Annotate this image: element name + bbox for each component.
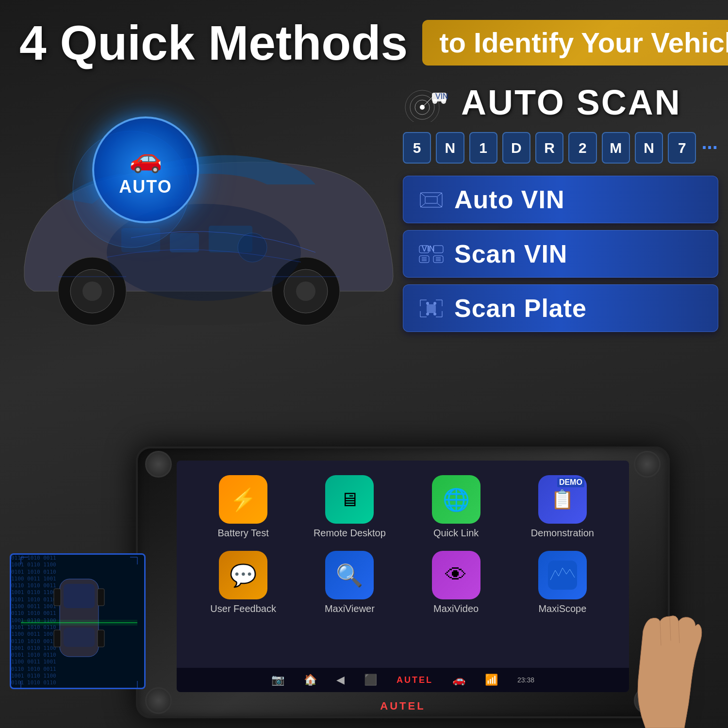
taskbar-back-icon[interactable]: ◀ <box>336 674 345 686</box>
car-visualization-area: 🚗 AUTO <box>0 78 422 417</box>
svg-rect-50 <box>64 628 95 647</box>
svg-point-7 <box>296 281 315 301</box>
vin-digit-5: R <box>535 132 563 164</box>
bumper-top-left <box>145 451 172 478</box>
tablet-taskbar: 📷 🏠 ◀ ⬛ AUTEL 🚗 📶 23:38 <box>177 668 629 692</box>
tablet-area: ⚡ Battery Test 🖥 Remote Desktop 🌐 Quick … <box>97 427 728 728</box>
vin-digit-4: D <box>502 132 530 164</box>
app-maxi-scope[interactable]: MaxiScope <box>515 551 610 614</box>
maxi-video-label: MaxiVideo <box>433 603 479 614</box>
svg-rect-42 <box>427 304 436 313</box>
vin-digit-8: N <box>635 132 663 164</box>
svg-line-27 <box>420 193 425 197</box>
taskbar-car-icon: 🚗 <box>452 674 465 686</box>
taskbar-camera-icon: 📷 <box>271 674 284 686</box>
vin-digit-2: N <box>436 132 464 164</box>
battery-test-label: Battery Test <box>218 528 269 539</box>
svg-text:VIN: VIN <box>422 245 435 253</box>
app-demonstration[interactable]: 📋 DEMO Demonstration <box>515 475 610 539</box>
app-quick-link[interactable]: 🌐 Quick Link <box>409 475 503 539</box>
svg-line-28 <box>437 193 442 197</box>
car-search-icon: 🚗 <box>129 143 163 174</box>
right-panel: VIN AUTO SCAN 5 N 1 D R 2 M N 7 ··· Au <box>403 83 718 339</box>
app-remote-desktop[interactable]: 🖥 Remote Desktop <box>302 475 397 539</box>
auto-vin-icon <box>418 186 445 213</box>
svg-rect-25 <box>420 193 442 207</box>
tablet-screen: ⚡ Battery Test 🖥 Remote Desktop 🌐 Quick … <box>177 461 629 692</box>
quick-link-icon-bg: 🌐 <box>432 475 480 524</box>
remote-desktop-label: Remote Desktop <box>314 528 386 539</box>
taskbar-apps-icon[interactable]: ⬛ <box>364 674 377 686</box>
svg-rect-53 <box>54 630 61 647</box>
svg-point-12 <box>238 233 267 262</box>
scan-vin-button[interactable]: VIN Scan VIN <box>403 230 718 278</box>
taskbar-home-icon[interactable]: 🏠 <box>304 674 317 686</box>
scan-plate-label: Scan Plate <box>454 294 587 323</box>
hand-holding-tablet <box>616 582 704 728</box>
tablet-frame: ⚡ Battery Test 🖥 Remote Desktop 🌐 Quick … <box>136 447 670 718</box>
svg-point-20 <box>420 105 425 110</box>
svg-rect-56 <box>21 620 137 626</box>
app-grid: ⚡ Battery Test 🖥 Remote Desktop 🌐 Quick … <box>177 461 629 629</box>
demonstration-label: Demonstration <box>531 528 594 539</box>
scan-plate-button[interactable]: Scan Plate <box>403 284 718 332</box>
svg-point-44 <box>433 313 436 315</box>
bumper-bottom-left <box>145 687 172 714</box>
car-graphic <box>0 78 422 417</box>
car-topdown-svg <box>11 555 146 689</box>
auto-scan-header: VIN AUTO SCAN <box>403 83 718 122</box>
header: 4 Quick Methods to Identify Your Vehicle <box>0 0 728 85</box>
svg-point-4 <box>83 281 102 301</box>
demonstration-icon-bg: 📋 DEMO <box>538 475 587 524</box>
vin-digit-6: 2 <box>568 132 596 164</box>
vin-digit-dots: ··· <box>701 132 718 164</box>
auto-bubble-text: AUTO <box>119 177 172 197</box>
svg-rect-54 <box>98 630 104 647</box>
scan-vin-label: Scan VIN <box>454 239 567 268</box>
page-title-main: 4 Quick Methods <box>19 18 408 67</box>
vin-digit-7: M <box>602 132 630 164</box>
plate-scan-box: 0110 1010 0011 1001 0110 1100 0101 1010 … <box>10 553 146 689</box>
svg-rect-52 <box>98 589 104 606</box>
taskbar-time: 23:38 <box>517 676 534 684</box>
svg-point-43 <box>426 313 429 315</box>
header-title-box: to Identify Your Vehicle <box>422 20 728 66</box>
maxi-viewer-label: MaxiViewer <box>325 603 375 614</box>
auto-vin-label: Auto VIN <box>454 185 565 214</box>
vin-digits-row: 5 N 1 D R 2 M N 7 ··· <box>403 132 718 164</box>
vin-digit-3: 1 <box>469 132 497 164</box>
svg-rect-49 <box>64 584 95 608</box>
autel-brand-label: AUTEL <box>380 700 425 712</box>
battery-test-icon-bg: ⚡ <box>219 475 267 524</box>
user-feedback-label: User Feedback <box>210 603 276 614</box>
user-feedback-icon-bg: 💬 <box>219 551 267 599</box>
auto-scan-label: AUTO SCAN <box>461 83 681 122</box>
page-title-sub: to Identify Your Vehicle <box>439 29 728 57</box>
bumper-top-right <box>634 451 661 478</box>
auto-scan-bubble: 🚗 AUTO <box>92 116 199 223</box>
taskbar-wifi-icon: 📶 <box>485 674 498 686</box>
quick-link-label: Quick Link <box>433 528 479 539</box>
remote-desktop-icon-bg: 🖥 <box>325 475 374 524</box>
vin-digit-9: 7 <box>668 132 696 164</box>
app-user-feedback[interactable]: 💬 User Feedback <box>196 551 290 614</box>
scan-vin-icon: VIN <box>418 241 445 267</box>
app-battery-test[interactable]: ⚡ Battery Test <box>196 475 290 539</box>
maxi-video-icon-bg: 👁 <box>432 551 480 599</box>
scan-plate-icon <box>418 295 445 322</box>
svg-point-46 <box>433 302 436 305</box>
svg-rect-32 <box>433 246 443 253</box>
auto-vin-button[interactable]: Auto VIN <box>403 176 718 223</box>
svg-text:VIN: VIN <box>435 92 448 100</box>
svg-rect-51 <box>54 589 61 606</box>
vin-digit-1: 5 <box>403 132 431 164</box>
svg-rect-26 <box>425 197 437 203</box>
maxi-scope-label: MaxiScope <box>538 603 586 614</box>
app-maxi-video[interactable]: 👁 MaxiVideo <box>409 551 503 614</box>
app-maxi-viewer[interactable]: 🔍 MaxiViewer <box>302 551 397 614</box>
vin-radar-icon: VIN <box>403 83 451 122</box>
svg-point-45 <box>426 302 429 305</box>
autel-brand-taskbar: AUTEL <box>397 675 433 685</box>
svg-line-30 <box>437 203 442 207</box>
svg-line-29 <box>420 203 425 207</box>
